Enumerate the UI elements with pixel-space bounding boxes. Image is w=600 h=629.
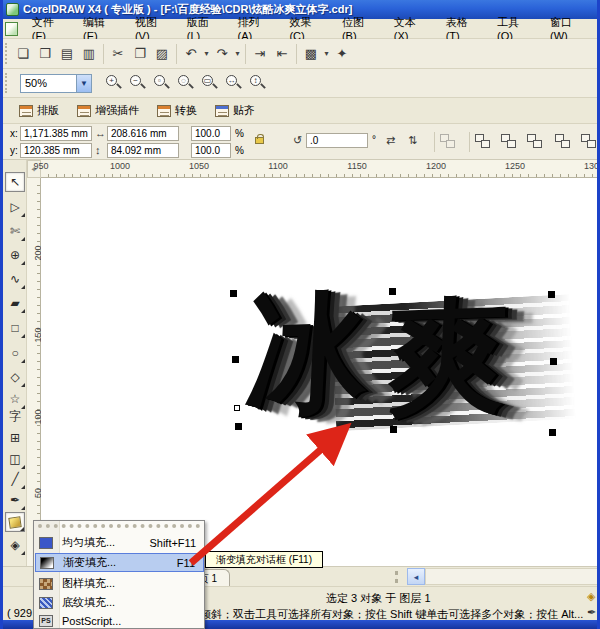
selection-handle[interactable] [230,290,237,297]
zoom-toolbar: 50% ▼ + − ▫ ◌ ▭ ↔ ↕ [3,69,597,98]
separator [469,132,470,152]
tearoff-handle[interactable] [38,524,200,530]
ruler-tick-label: 1100 [268,161,287,171]
mirror-horizontal-button[interactable]: ⇄ [386,134,395,147]
zoom-to-page-width-button[interactable]: ↔ [224,73,244,93]
scrollbar-splitter[interactable] [395,571,403,583]
art-text-char-1[interactable]: 冰 [243,287,366,420]
toolbox: ↖ ▷ ✄ ⊕ ∿ ▰ □ ○ ◇ ☆ 字 ⊞ ◫ ╱ ✒ ◈ [3,160,27,620]
zoom-to-page-height-button[interactable]: ↕ [248,73,268,93]
toolbar-grip[interactable] [5,73,8,93]
import-button[interactable]: ⇥ [249,43,271,65]
interactive-blend-tool[interactable]: ◫ [5,449,25,469]
combobox-dropdown-icon[interactable]: ▼ [76,75,91,92]
node-marker[interactable] [234,405,240,411]
y-position-field[interactable]: 120.385 mm [20,143,92,158]
menu-item-fountain-fill[interactable]: 渐变填充... F11 [35,553,204,572]
scale-x-field[interactable]: 100.0 [191,126,231,141]
shape-tool[interactable]: ▷ [5,197,25,217]
crop-tool[interactable]: ✄ [5,221,25,241]
tab-snap[interactable]: 贴齐 [209,100,261,121]
ruler-tick-label: 1300 [584,161,600,171]
outline-pen-tool[interactable]: ✒ [5,490,25,510]
scroll-left-button[interactable]: ◂ [407,568,425,585]
selection-handle[interactable] [550,358,557,365]
cut-button[interactable]: ✂ [107,43,129,65]
undo-dropdown-icon[interactable]: ▾ [202,49,211,58]
art-text-char-2[interactable]: 爽 [385,293,504,422]
zoom-to-page-button[interactable]: ▭ [200,73,220,93]
ungroup-button[interactable] [501,134,519,150]
selection-handle[interactable] [549,429,556,436]
zoom-to-selection-button[interactable]: ▫ [152,73,172,93]
freehand-tool[interactable]: ∿ [5,269,25,289]
ungroup-all-button[interactable] [527,134,545,150]
redo-button[interactable]: ↷ [211,43,233,65]
menu-item-pattern-fill[interactable]: 图样填充... [35,574,204,593]
tab-convert[interactable]: 转换 [151,100,203,121]
menu-item-uniform-fill[interactable]: 均匀填充... Shift+F11 [35,533,204,552]
tab-paiban[interactable]: 排版 [13,100,65,121]
new-button[interactable]: ❏ [12,43,34,65]
drawing-canvas[interactable]: 冰 爽 [41,178,600,566]
nonproportional-lock-icon[interactable] [255,137,264,144]
eyedropper-tool[interactable]: ╱ [5,469,25,489]
open-button[interactable]: ❒ [34,43,56,65]
zoom-tool[interactable]: ⊕ [5,245,25,265]
zoom-out-button[interactable]: − [128,73,148,93]
polygon-tool[interactable]: ◇ [5,367,25,387]
undo-button[interactable]: ↶ [180,43,202,65]
percent-label: % [235,128,244,139]
save-button[interactable]: ▤ [56,43,78,65]
application-launcher-button[interactable]: ▩ [300,43,322,65]
trim-button[interactable] [581,134,599,150]
paste-button[interactable]: ▨ [151,43,173,65]
print-button[interactable]: ▥ [78,43,100,65]
scale-y-field[interactable]: 100.0 [191,143,231,158]
selection-handle[interactable] [235,423,242,430]
text-tool[interactable]: 字 [5,406,25,426]
selection-handle[interactable] [548,291,555,298]
texture-fill-icon [39,597,53,609]
plugin-icon [77,105,91,117]
selection-handle[interactable] [389,288,396,295]
menu-item-postscript-fill[interactable]: PS PostScript... [35,611,204,629]
plugin-tab-bar: 排版 增强插件 转换 贴齐 [3,98,597,124]
object-width-field[interactable]: 208.616 mm [107,126,179,141]
rotate-icon: ↺ [293,134,302,147]
rotation-angle-field[interactable]: .0 [306,133,368,148]
y-label: y: [10,145,18,156]
ruler-tick-label: 950 [33,161,48,171]
group-button[interactable] [475,134,493,150]
mirror-vertical-button[interactable]: ⇅ [408,134,417,147]
launcher-dropdown-icon[interactable]: ▾ [322,49,331,58]
selection-handle[interactable] [232,356,239,363]
zoom-to-all-objects-button[interactable]: ◌ [176,73,196,93]
zoom-in-button[interactable]: + [104,73,124,93]
zoom-level-combobox[interactable]: 50% ▼ [20,74,92,93]
export-button[interactable]: ⇤ [271,43,293,65]
vertical-ruler[interactable]: 200 150 100 50 [27,178,41,566]
fill-tool[interactable] [5,512,25,532]
pick-tool[interactable]: ↖ [5,172,25,192]
menu-item-texture-fill[interactable]: 底纹填充... [35,593,204,612]
horizontal-ruler[interactable]: 950 1000 1050 1100 1150 1200 1250 1300 [41,160,600,178]
object-height-field[interactable]: 84.092 mm [107,143,179,158]
interactive-fill-tool[interactable]: ◈ [5,535,25,555]
selection-handle[interactable] [390,426,397,433]
smart-fill-tool[interactable]: ▰ [5,293,25,313]
x-label: x: [10,128,18,139]
tab-enhanced-plugins[interactable]: 增强插件 [71,100,145,121]
copy-button[interactable]: ❐ [129,43,151,65]
percent-label: % [235,145,244,156]
horizontal-scrollbar[interactable] [425,568,600,585]
rectangle-tool[interactable]: □ [5,318,25,338]
redo-dropdown-icon[interactable]: ▾ [233,49,242,58]
welcome-screen-button[interactable]: ✦ [331,43,353,65]
selection-status: 选定 3 对象 于 图层 1 [326,591,431,606]
x-position-field[interactable]: 1,171.385 mm [20,126,92,141]
toolbar-grip[interactable] [5,43,8,63]
table-tool[interactable]: ⊞ [5,428,25,448]
ellipse-tool[interactable]: ○ [5,343,25,363]
weld-button[interactable] [555,134,573,150]
